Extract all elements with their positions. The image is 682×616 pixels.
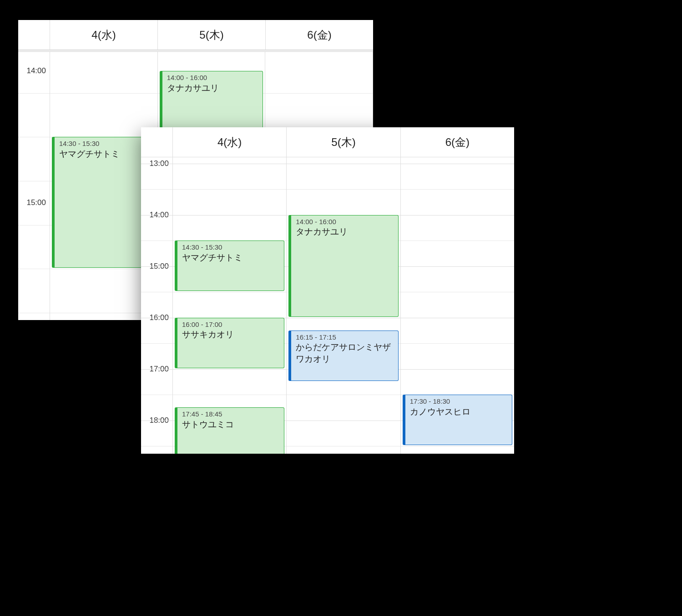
grid-line [401,292,514,292]
grid-line [141,343,172,344]
day-header-label: 5(木) [199,28,223,42]
grid-line [141,369,172,370]
grid-line [265,93,373,94]
grid-line [18,313,50,313]
grid-line [18,181,50,181]
event-title: ヤマグチサトミ [59,148,151,160]
grid-line [141,421,172,421]
grid-line [141,189,172,190]
event-title: からだケアサロンミヤザワカオリ [296,341,393,365]
grid-line [173,164,286,164]
grid-line [401,446,514,446]
grid-line [287,164,400,164]
grid-line [50,93,157,94]
event-time: 17:45 - 18:45 [182,410,279,419]
day-header-label: 6(金) [307,28,331,42]
calendar-header: 4(水) 5(木) 6(金) [141,127,514,157]
event-time: 14:30 - 15:30 [182,243,279,252]
calendar-event[interactable]: 16:00 - 17:00ササキカオリ [175,318,284,368]
time-gutter-header [141,127,173,157]
day-column-thu[interactable]: 14:00 - 16:00タナカサユリ16:15 - 17:15からだケアサロン… [287,157,400,454]
grid-line [401,266,514,267]
calendar-event[interactable]: 16:15 - 17:15からだケアサロンミヤザワカオリ [288,331,398,381]
day-header-thu[interactable]: 5(木) [287,127,400,157]
grid-line [141,446,172,446]
day-header-label: 4(水) [217,135,242,150]
time-column: 14:0015:00 [18,50,50,320]
day-header-thu[interactable]: 5(木) [158,20,266,50]
grid-line [18,137,50,137]
grid-line [141,266,172,267]
day-column-wed[interactable]: 14:30 - 15:30ヤマグチサトミ16:00 - 17:00ササキカオリ1… [173,157,287,454]
event-time: 16:00 - 17:00 [182,320,279,329]
grid-line [18,225,50,225]
grid-line [18,93,50,94]
grid-line [141,164,172,164]
calendar-event[interactable]: 14:00 - 16:00タナカサユリ [288,215,398,317]
event-title: サトウユミコ [182,419,279,431]
calendar-header: 4(水) 5(木) 6(金) [18,20,373,50]
event-title: ヤマグチサトミ [182,252,279,264]
grid-line [401,164,514,164]
event-time: 17:30 - 18:30 [410,397,507,406]
event-title: ササキカオリ [182,329,279,341]
day-header-wed[interactable]: 4(水) [173,127,287,157]
grid-line [401,240,514,241]
grid-line [287,421,400,421]
time-column: 13:0014:0015:0016:0017:0018:00 [141,157,173,454]
event-title: タナカサユリ [167,82,258,94]
grid-line [173,215,286,215]
grid-line [173,395,286,395]
grid-line [287,189,400,190]
grid-line [287,395,400,395]
day-header-fri[interactable]: 6(金) [401,127,514,157]
calendar-front: 4(水) 5(木) 6(金) 13:0014:0015:0016:0017:00… [141,127,514,454]
grid-line [287,318,400,318]
event-title: タナカサユリ [296,226,393,238]
event-time: 14:00 - 16:00 [167,73,258,82]
calendar-event[interactable]: 17:45 - 18:45サトウユミコ [175,407,284,454]
time-label: 14:00 [26,66,46,75]
grid-line [287,446,400,446]
grid-line [401,189,514,190]
grid-line [173,369,286,370]
grid-line [401,369,514,370]
calendar-event[interactable]: 14:30 - 15:30ヤマグチサトミ [52,137,156,268]
calendar-event[interactable]: 14:30 - 15:30ヤマグチサトミ [175,240,284,291]
day-header-fri[interactable]: 6(金) [266,20,373,50]
day-header-wed[interactable]: 4(水) [50,20,158,50]
grid-line [401,343,514,344]
day-header-label: 5(木) [331,135,355,150]
grid-line [141,240,172,241]
grid-line [141,395,172,395]
event-time: 14:30 - 15:30 [59,139,151,148]
event-time: 14:00 - 16:00 [296,217,393,226]
event-title: カノウヤスヒロ [410,406,507,418]
calendar-event[interactable]: 17:30 - 18:30カノウヤスヒロ [403,395,512,445]
allday-separator [18,50,373,52]
grid-line [401,318,514,318]
grid-line [141,292,172,292]
day-header-label: 6(金) [445,135,470,150]
grid-line [401,215,514,215]
grid-line [18,269,50,269]
day-header-label: 4(水) [91,28,116,42]
grid-line [173,189,286,190]
grid-line [141,318,172,318]
time-gutter-header [18,20,50,50]
grid-line [173,292,286,292]
event-time: 16:15 - 17:15 [296,333,393,342]
calendar-body: 13:0014:0015:0016:0017:0018:00 14:30 - 1… [141,157,514,454]
grid-line [141,215,172,215]
time-label: 15:00 [26,198,46,207]
day-column-fri[interactable]: 17:30 - 18:30カノウヤスヒロ [401,157,514,454]
